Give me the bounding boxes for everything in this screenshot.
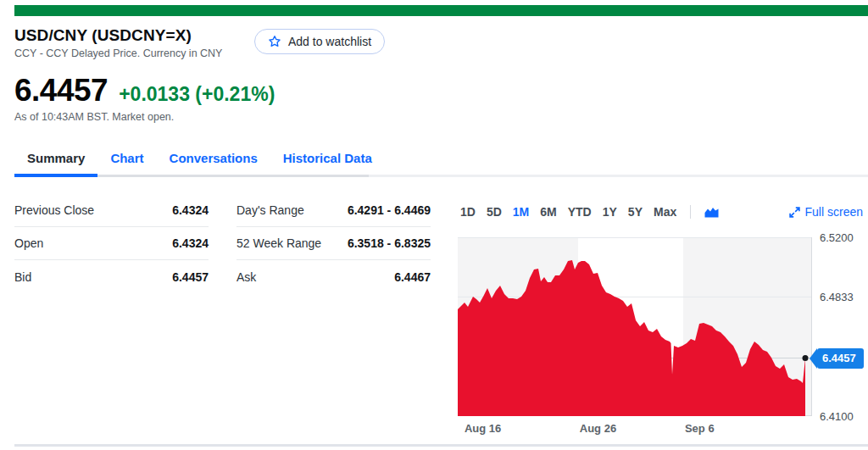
tab-historical-data[interactable]: Historical Data [270, 147, 385, 169]
page-title: USD/CNY (USDCNY=X) [14, 26, 192, 45]
range-button-max[interactable]: Max [654, 205, 676, 219]
stat-value: 6.4467 [394, 270, 431, 284]
stat-row-52-week-range: 52 Week Range6.3518 - 6.8325 [236, 227, 431, 260]
current-price-badge: 6.4457 [810, 348, 864, 369]
range-button-5d[interactable]: 5D [487, 205, 502, 219]
x-axis-label: Sep 6 [685, 422, 715, 435]
add-to-watchlist-label: Add to watchlist [288, 35, 371, 48]
stat-row-previous-close: Previous Close6.4324 [14, 194, 209, 227]
current-price: 6.4457 [14, 73, 108, 108]
expand-icon [789, 207, 800, 218]
area-chart-icon [704, 207, 719, 218]
stat-row-ask: Ask6.4467 [236, 260, 431, 293]
stat-value: 6.4324 [172, 236, 209, 250]
quote-block: 6.4457 +0.0133 (+0.21%) [14, 73, 275, 108]
y-axis-label: 6.4100 [820, 410, 866, 423]
tab-bar: SummaryChartConversationsHistorical Data [14, 147, 385, 169]
summary-stats: Previous Close6.4324Open6.4324Bid6.4457 … [14, 194, 431, 293]
tab-conversations[interactable]: Conversations [157, 147, 270, 169]
chart-type-button[interactable] [704, 207, 719, 218]
stat-row-day-s-range: Day's Range6.4291 - 6.4469 [236, 194, 431, 227]
y-axis-label: 6.5200 [820, 231, 866, 244]
stat-label: Day's Range [236, 203, 304, 217]
tab-chart[interactable]: Chart [97, 147, 156, 169]
range-button-1d[interactable]: 1D [460, 205, 476, 219]
stat-label: 52 Week Range [236, 236, 321, 250]
fullscreen-button[interactable]: Full screen [789, 205, 863, 219]
price-change: +0.0133 (+0.21%) [119, 83, 275, 106]
range-button-1m[interactable]: 1M [513, 205, 529, 219]
active-tab-underline [14, 174, 97, 177]
add-to-watchlist-button[interactable]: Add to watchlist [254, 29, 385, 54]
stat-row-open: Open6.4324 [14, 227, 209, 260]
bottom-divider [14, 444, 868, 447]
x-axis-label: Aug 16 [465, 422, 501, 435]
section-divider [369, 175, 868, 177]
stat-label: Bid [14, 270, 31, 284]
as-of-status: As of 10:43AM BST. Market open. [14, 111, 174, 123]
range-selector: 1D5D1M6MYTD1Y5YMax [460, 205, 676, 219]
badge-value: 6.4457 [817, 348, 864, 369]
stats-column-right: Day's Range6.4291 - 6.446952 Week Range6… [236, 194, 431, 293]
stat-value: 6.4291 - 6.4469 [348, 203, 431, 217]
stat-value: 6.3518 - 6.8325 [348, 236, 431, 250]
stats-column-left: Previous Close6.4324Open6.4324Bid6.4457 [14, 194, 209, 293]
stat-row-bid: Bid6.4457 [14, 260, 209, 293]
y-axis-label: 6.4833 [820, 291, 866, 303]
badge-pointer [810, 348, 817, 369]
tab-underline-track [97, 175, 369, 177]
stat-label: Ask [236, 270, 256, 284]
fullscreen-label: Full screen [805, 205, 863, 219]
page-subtitle: CCY - CCY Delayed Price. Currency in CNY [14, 47, 222, 59]
star-icon [268, 35, 281, 48]
chart-controls: 1D5D1M6MYTD1Y5YMax Full screen [460, 205, 863, 219]
range-button-1y[interactable]: 1Y [603, 205, 617, 219]
price-chart[interactable] [458, 237, 812, 416]
stat-value: 6.4324 [172, 203, 209, 217]
range-button-ytd[interactable]: YTD [568, 205, 592, 219]
stat-value: 6.4457 [172, 270, 209, 284]
tab-summary[interactable]: Summary [14, 147, 97, 169]
range-button-5y[interactable]: 5Y [628, 205, 643, 219]
stat-label: Previous Close [14, 203, 94, 217]
top-accent-bar [14, 5, 868, 16]
x-axis-label: Aug 26 [580, 422, 616, 435]
range-button-6m[interactable]: 6M [540, 205, 556, 219]
stat-label: Open [14, 236, 43, 250]
controls-divider [690, 205, 691, 219]
